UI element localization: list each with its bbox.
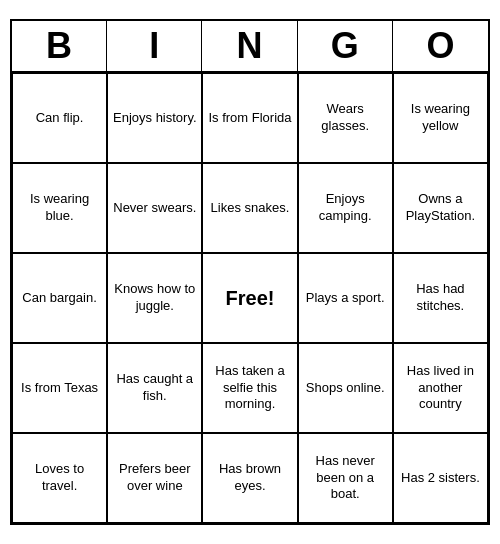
bingo-cell-text-3: Wears glasses. [303,101,388,135]
header-b: B [12,21,107,71]
bingo-cell-17[interactable]: Has taken a selfie this morning. [202,343,297,433]
bingo-cell-11[interactable]: Knows how to juggle. [107,253,202,343]
bingo-cell-12[interactable]: Free! [202,253,297,343]
bingo-cell-text-14: Has had stitches. [398,281,483,315]
bingo-card: B I N G O Can flip.Enjoys history.Is fro… [10,19,490,525]
bingo-cell-21[interactable]: Prefers beer over wine [107,433,202,523]
bingo-cell-text-22: Has brown eyes. [207,461,292,495]
bingo-cell-7[interactable]: Likes snakes. [202,163,297,253]
bingo-cell-0[interactable]: Can flip. [12,73,107,163]
bingo-cell-9[interactable]: Owns a PlayStation. [393,163,488,253]
bingo-cell-22[interactable]: Has brown eyes. [202,433,297,523]
bingo-cell-text-0: Can flip. [36,110,84,127]
bingo-cell-text-15: Is from Texas [21,380,98,397]
bingo-cell-8[interactable]: Enjoys camping. [298,163,393,253]
bingo-cell-6[interactable]: Never swears. [107,163,202,253]
header-i: I [107,21,202,71]
bingo-cell-16[interactable]: Has caught a fish. [107,343,202,433]
bingo-cell-18[interactable]: Shops online. [298,343,393,433]
bingo-cell-text-20: Loves to travel. [17,461,102,495]
bingo-cell-text-8: Enjoys camping. [303,191,388,225]
bingo-grid: Can flip.Enjoys history.Is from FloridaW… [12,73,488,523]
bingo-cell-text-7: Likes snakes. [211,200,290,217]
bingo-cell-20[interactable]: Loves to travel. [12,433,107,523]
bingo-cell-23[interactable]: Has never been on a boat. [298,433,393,523]
bingo-cell-text-11: Knows how to juggle. [112,281,197,315]
bingo-cell-text-16: Has caught a fish. [112,371,197,405]
bingo-cell-text-19: Has lived in another country [398,363,483,414]
bingo-cell-text-21: Prefers beer over wine [112,461,197,495]
bingo-cell-text-12: Free! [226,285,275,311]
bingo-cell-text-9: Owns a PlayStation. [398,191,483,225]
bingo-cell-19[interactable]: Has lived in another country [393,343,488,433]
bingo-cell-text-13: Plays a sport. [306,290,385,307]
bingo-cell-text-24: Has 2 sisters. [401,470,480,487]
bingo-cell-14[interactable]: Has had stitches. [393,253,488,343]
bingo-cell-text-18: Shops online. [306,380,385,397]
bingo-cell-text-4: Is wearing yellow [398,101,483,135]
bingo-cell-text-10: Can bargain. [22,290,96,307]
bingo-cell-text-1: Enjoys history. [113,110,197,127]
bingo-cell-text-5: Is wearing blue. [17,191,102,225]
bingo-cell-5[interactable]: Is wearing blue. [12,163,107,253]
header-g: G [298,21,393,71]
bingo-cell-13[interactable]: Plays a sport. [298,253,393,343]
bingo-cell-10[interactable]: Can bargain. [12,253,107,343]
bingo-cell-text-6: Never swears. [113,200,196,217]
bingo-cell-text-23: Has never been on a boat. [303,453,388,504]
header-o: O [393,21,488,71]
bingo-cell-3[interactable]: Wears glasses. [298,73,393,163]
bingo-cell-text-17: Has taken a selfie this morning. [207,363,292,414]
bingo-cell-1[interactable]: Enjoys history. [107,73,202,163]
bingo-header: B I N G O [12,21,488,73]
bingo-cell-4[interactable]: Is wearing yellow [393,73,488,163]
bingo-cell-2[interactable]: Is from Florida [202,73,297,163]
bingo-cell-15[interactable]: Is from Texas [12,343,107,433]
bingo-cell-24[interactable]: Has 2 sisters. [393,433,488,523]
header-n: N [202,21,297,71]
bingo-cell-text-2: Is from Florida [208,110,291,127]
